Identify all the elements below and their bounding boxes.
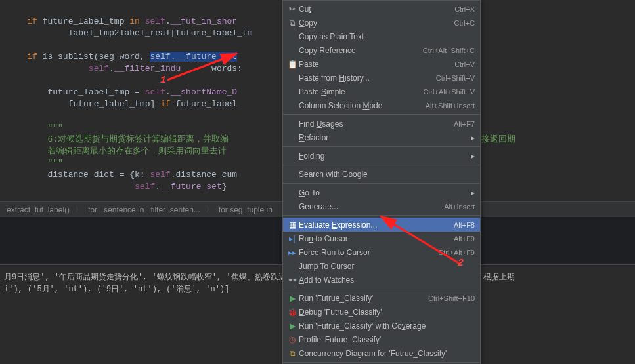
chevron-right-icon: ▸ xyxy=(471,133,475,142)
bug-icon: 🐞 xyxy=(286,308,299,317)
chevron-right-icon: ▸ xyxy=(471,152,475,161)
menu-find-usages[interactable]: Find UsagesAlt+F7 xyxy=(283,117,480,131)
menu-copy[interactable]: ⧉CopyCtrl+C xyxy=(283,16,480,30)
menu-run-coverage[interactable]: ▶Run 'Futrue_Classify' with Coverage xyxy=(283,319,480,333)
menu-concurrency[interactable]: ⧉Concurrency Diagram for 'Futrue_Classif… xyxy=(283,346,480,360)
menu-profile[interactable]: ◷Profile 'Futrue_Classify' xyxy=(283,333,480,346)
concurrency-icon: ⧉ xyxy=(286,349,299,358)
menu-column-selection[interactable]: Column Selection ModeAlt+Shift+Insert xyxy=(283,98,480,112)
run-cursor-icon: ▸| xyxy=(286,234,299,243)
calculator-icon: ▦ xyxy=(286,220,299,230)
menu-copy-reference[interactable]: Copy ReferenceCtrl+Alt+Shift+C xyxy=(283,43,480,57)
menu-jump-to-cursor[interactable]: Jump To Cursor xyxy=(283,259,480,273)
menu-cut[interactable]: ✂CutCtrl+X xyxy=(283,2,480,16)
menu-generate[interactable]: Generate...Alt+Insert xyxy=(283,199,480,213)
menu-separator xyxy=(283,215,480,216)
menu-separator xyxy=(283,183,480,184)
menu-separator xyxy=(283,289,480,289)
profile-icon: ◷ xyxy=(286,335,299,344)
menu-add-watches[interactable]: 👓Add to Watches xyxy=(283,273,480,287)
menu-run[interactable]: ▶Run 'Futrue_Classify'Ctrl+Shift+F10 xyxy=(283,291,480,305)
coverage-icon: ▶ xyxy=(286,321,299,331)
chevron-right-icon: ▸ xyxy=(471,188,475,197)
selected-text[interactable]: self.__future_set xyxy=(150,52,237,62)
menu-debug[interactable]: 🐞Debug 'Futrue_Classify' xyxy=(283,305,480,319)
menu-paste-history[interactable]: Paste from History...Ctrl+Shift+V xyxy=(283,71,480,85)
menu-separator xyxy=(283,114,480,115)
play-icon: ▶ xyxy=(286,294,299,303)
breadcrumb-item[interactable]: extract_fut_label() xyxy=(4,205,72,214)
menu-separator xyxy=(283,165,480,165)
force-run-icon: ▸▸ xyxy=(286,248,299,257)
scissors-icon: ✂ xyxy=(286,5,299,14)
menu-refactor[interactable]: Refactor▸ xyxy=(283,131,480,144)
menu-separator xyxy=(283,146,480,147)
menu-paste-simple[interactable]: Paste SimpleCtrl+Alt+Shift+V xyxy=(283,85,480,98)
menu-run-to-cursor[interactable]: ▸|Run to CursorAlt+F9 xyxy=(283,232,480,245)
menu-goto[interactable]: Go To▸ xyxy=(283,186,480,199)
menu-paste[interactable]: 📋PasteCtrl+V xyxy=(283,57,480,71)
breadcrumb-item[interactable]: for seg_tuple in xyxy=(216,205,275,214)
watch-icon: 👓 xyxy=(286,275,299,285)
menu-copy-plain[interactable]: Copy as Plain Text xyxy=(283,30,480,43)
paste-icon: 📋 xyxy=(286,60,299,69)
context-menu: ✂CutCtrl+X ⧉CopyCtrl+C Copy as Plain Tex… xyxy=(282,0,481,364)
annotation-2: 2 xyxy=(458,258,464,269)
menu-force-run-to-cursor[interactable]: ▸▸Force Run to CursorCtrl+Alt+F9 xyxy=(283,245,480,259)
breadcrumb-item[interactable]: for _sentence in _filter_senten... xyxy=(85,205,203,214)
annotation-1: 1 xyxy=(160,75,166,86)
menu-evaluate-expression[interactable]: ▦Evaluate Expression...Alt+F8 xyxy=(283,218,480,232)
copy-icon: ⧉ xyxy=(286,18,299,28)
menu-search-google[interactable]: Search with Google xyxy=(283,167,480,181)
menu-folding[interactable]: Folding▸ xyxy=(283,149,480,163)
menu-separator xyxy=(283,362,480,363)
